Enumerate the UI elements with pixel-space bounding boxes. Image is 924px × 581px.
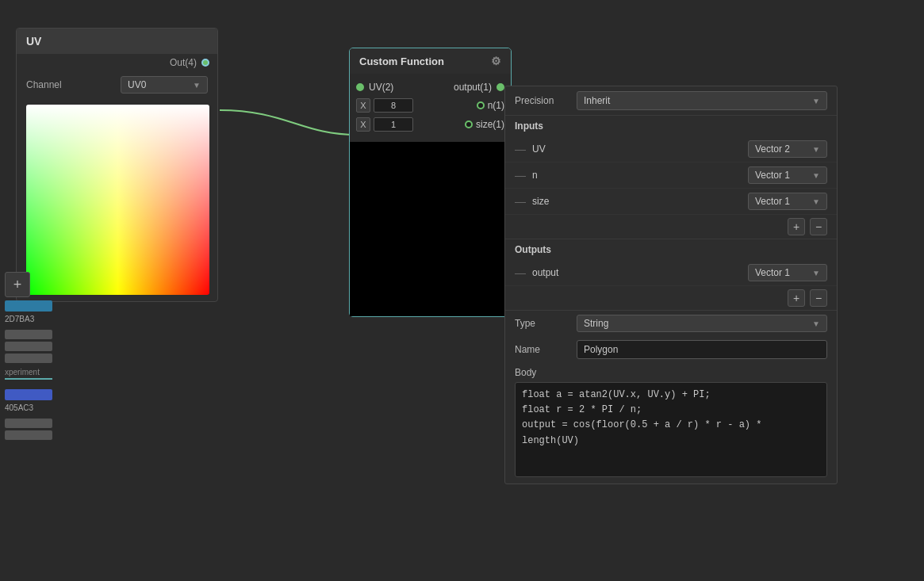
- n-type-value: Vector 1: [755, 170, 790, 181]
- grey-bar-3: [5, 354, 52, 363]
- add-button[interactable]: +: [5, 272, 30, 297]
- channel-value: UV0: [128, 79, 146, 90]
- output-entry-name: output: [532, 267, 742, 278]
- precision-select[interactable]: Inherit ▼: [577, 91, 827, 110]
- cf-output-row: UV(2) output(1): [350, 78, 511, 96]
- experiment-tag: xperiment: [5, 366, 52, 380]
- size-type-chevron-icon: ▼: [812, 197, 820, 206]
- n-type-chevron-icon: ▼: [812, 171, 820, 180]
- grey-bars-2: [5, 419, 55, 440]
- uv-in-label: UV(2): [369, 82, 393, 93]
- chevron-down-icon: ▼: [193, 81, 201, 90]
- size-port[interactable]: [465, 120, 473, 128]
- channel-label: Channel: [26, 79, 62, 90]
- uv-drag-handle[interactable]: —: [515, 143, 526, 155]
- cf-output-port-row: output(1): [454, 82, 504, 93]
- size-value-input[interactable]: [374, 117, 413, 132]
- uv-out-port[interactable]: [201, 59, 209, 67]
- precision-value: Inherit: [584, 95, 610, 106]
- color-swatch-2[interactable]: [5, 389, 52, 400]
- inputs-section-title: Inputs: [505, 116, 837, 136]
- uv-node: UV Out(4) Channel UV0 ▼: [16, 28, 218, 302]
- name-row: Name: [505, 336, 837, 363]
- body-line-2: float r = 2 * PI / n;: [522, 404, 642, 415]
- output-type-chevron-icon: ▼: [812, 269, 820, 277]
- precision-row: Precision Inherit ▼: [505, 86, 837, 116]
- cf-ports: UV(2) output(1) X n(1) X size(1): [350, 74, 511, 139]
- name-input[interactable]: [577, 340, 827, 359]
- n-type-select[interactable]: Vector 1 ▼: [748, 166, 827, 184]
- input-entry-n: — n Vector 1 ▼: [505, 162, 837, 189]
- uv-type-select[interactable]: Vector 2 ▼: [748, 140, 827, 158]
- type-row: Type String ▼: [505, 311, 837, 336]
- precision-chevron-icon: ▼: [812, 97, 820, 105]
- outputs-add-button[interactable]: +: [788, 289, 805, 307]
- cf-node: Custom Function ⚙ UV(2) output(1) X n(1): [349, 48, 512, 317]
- size-type-value: Vector 1: [755, 196, 790, 207]
- grey-bar-5: [5, 430, 52, 440]
- output-type-select[interactable]: Vector 1 ▼: [748, 264, 827, 281]
- uv-node-header: UV: [17, 29, 217, 54]
- grey-bar-4: [5, 419, 52, 428]
- cf-node-title: Custom Function: [359, 55, 444, 67]
- color-swatch-1[interactable]: [5, 300, 52, 312]
- color-label-1: 2D7BA3: [5, 315, 55, 323]
- size-label: size(1): [476, 119, 504, 130]
- grey-bar-2: [5, 342, 52, 351]
- size-input-row: X: [356, 117, 413, 132]
- size-row: X size(1): [350, 115, 511, 134]
- uv-type-value: Vector 2: [755, 143, 790, 155]
- type-label: Type: [515, 318, 570, 329]
- size-entry-name: size: [532, 196, 742, 207]
- n-drag-handle[interactable]: —: [515, 169, 526, 182]
- side-panel: + 2D7BA3 xperiment 405AC3: [0, 266, 59, 446]
- size-drag-handle[interactable]: —: [515, 195, 526, 208]
- output-type-value: Vector 1: [755, 267, 790, 278]
- outputs-section-title: Outputs: [505, 239, 837, 260]
- uv-channel-row: Channel UV0 ▼: [17, 71, 217, 98]
- input-entry-size: — size Vector 1 ▼: [505, 189, 837, 215]
- gear-icon[interactable]: ⚙: [491, 55, 501, 67]
- body-label: Body: [515, 367, 570, 378]
- n-port[interactable]: [477, 101, 485, 109]
- body-line-3: output = cos(floor(0.5 + a / r) * r - a)…: [522, 419, 761, 445]
- n-row: X n(1): [350, 96, 511, 115]
- n-label: n(1): [488, 100, 504, 111]
- precision-label: Precision: [515, 95, 570, 106]
- settings-panel: Precision Inherit ▼ Inputs — UV Vector 2…: [504, 86, 838, 484]
- input-entry-uv: — UV Vector 2 ▼: [505, 136, 837, 162]
- type-value: String: [584, 318, 608, 329]
- n-value-input[interactable]: [374, 98, 413, 113]
- outputs-add-remove-row: + −: [505, 286, 837, 311]
- output-entry-output: — output Vector 1 ▼: [505, 260, 837, 286]
- cf-port-uv: UV(2): [356, 82, 393, 93]
- inputs-remove-button[interactable]: −: [810, 218, 827, 235]
- color-label-2: 405AC3: [5, 403, 55, 412]
- output-drag-handle[interactable]: —: [515, 266, 526, 279]
- type-chevron-icon: ▼: [812, 319, 820, 328]
- grey-bar-1: [5, 330, 52, 339]
- inputs-add-button[interactable]: +: [788, 218, 805, 235]
- size-x-button[interactable]: X: [356, 117, 370, 132]
- type-select[interactable]: String ▼: [577, 315, 827, 332]
- n-entry-name: n: [532, 170, 742, 181]
- output-port[interactable]: [497, 83, 504, 91]
- uv-in-port[interactable]: [356, 83, 364, 91]
- channel-select[interactable]: UV0 ▼: [121, 76, 208, 94]
- uv-out-label: Out(4): [170, 57, 197, 68]
- size-type-select[interactable]: Vector 1 ▼: [748, 193, 827, 210]
- uv-type-chevron-icon: ▼: [812, 145, 820, 154]
- body-textarea[interactable]: float a = atan2(UV.x, UV.y) + PI; float …: [515, 382, 827, 477]
- n-x-button[interactable]: X: [356, 98, 370, 113]
- uv-node-out-row: Out(4): [17, 54, 217, 71]
- output-label: output(1): [454, 82, 492, 93]
- n-input-row: X: [356, 98, 413, 113]
- uv-entry-name: UV: [532, 143, 742, 155]
- outputs-remove-button[interactable]: −: [810, 289, 827, 307]
- uv-node-title: UV: [26, 35, 41, 48]
- inputs-add-remove-row: + −: [505, 215, 837, 239]
- name-label: Name: [515, 344, 570, 355]
- cf-node-header: Custom Function ⚙: [350, 48, 511, 74]
- body-label-row: Body: [505, 363, 837, 382]
- body-line-1: float a = atan2(UV.x, UV.y) + PI;: [522, 389, 711, 400]
